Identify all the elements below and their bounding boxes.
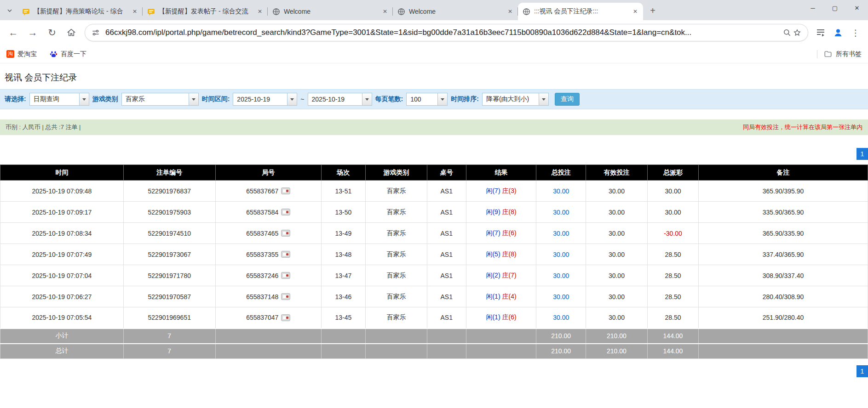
game-type: 百家乐 — [365, 181, 427, 202]
chevron-down-icon[interactable] — [362, 93, 372, 105]
column-header: 注单编号 — [123, 165, 215, 181]
profile-avatar[interactable] — [830, 25, 846, 40]
tab-search-button[interactable] — [3, 4, 17, 17]
forum-icon — [147, 8, 155, 16]
browser-tab[interactable]: Welcome ✕ — [268, 3, 393, 20]
tab-favicon — [397, 8, 405, 16]
all-bookmarks-button[interactable]: 所有书签 — [817, 50, 862, 58]
note: 335.90/365.90 — [699, 202, 868, 223]
chevron-down-icon[interactable] — [189, 93, 198, 105]
search-button[interactable]: 查询 — [555, 93, 580, 106]
bookmark-star-icon[interactable] — [792, 28, 802, 38]
tab-title: Welcome — [409, 8, 503, 15]
column-header: 时间 — [0, 165, 124, 181]
table-number: AS1 — [427, 202, 466, 223]
browser-menu-icon[interactable]: ⋮ — [848, 25, 863, 40]
url-bar[interactable]: 66cxkj98.com/ipl/portal.php/game/betreco… — [85, 24, 808, 41]
site-settings-icon[interactable] — [91, 28, 101, 38]
round-replay-icon[interactable] — [281, 230, 290, 237]
total-bet-link[interactable]: 30.00 — [553, 230, 569, 237]
tab-close-icon[interactable]: ✕ — [131, 7, 139, 16]
new-tab-button[interactable]: + — [646, 4, 660, 17]
bet-id: 522901971780 — [123, 265, 215, 286]
close-button[interactable]: ✕ — [846, 0, 868, 16]
browser-tab[interactable]: :::视讯 会员下注纪录::: ✕ — [518, 3, 643, 20]
round-replay-icon[interactable] — [281, 272, 290, 279]
round-id-cell: 655837667 — [215, 181, 321, 202]
result-player: 闲(9) — [486, 208, 500, 215]
total-payout: 144.00 — [647, 344, 698, 359]
column-header: 结果 — [466, 165, 536, 181]
date-range-tilde: ~ — [300, 96, 304, 103]
bookmark-baidu[interactable]: 百度一下 — [50, 50, 86, 58]
round-replay-icon[interactable] — [281, 314, 290, 321]
table-row: 2025-10-19 07:07:49 522901973067 6558373… — [0, 244, 868, 265]
home-button[interactable] — [63, 24, 80, 41]
total-bet-link[interactable]: 30.00 — [553, 187, 569, 195]
total-bet-link[interactable]: 30.00 — [553, 209, 569, 216]
date-from-select[interactable]: 2025-10-19 — [233, 93, 297, 106]
column-header: 有效投注 — [586, 165, 647, 181]
currency-summary: 币别 : 人民币 | 总共 :7 注单 | — [6, 123, 81, 131]
table-number: AS1 — [427, 286, 466, 307]
total-bet-link[interactable]: 30.00 — [553, 293, 569, 300]
valid-bet: 30.00 — [586, 286, 647, 307]
total-bet-link[interactable]: 30.00 — [553, 251, 569, 258]
browser-tab[interactable]: 【新提醒】海燕策略论坛 - 综合 ✕ — [17, 3, 143, 20]
tab-title: 【新提醒】发表帖子 - 综合交流 — [159, 7, 253, 16]
page-number-button[interactable]: 1 — [857, 148, 868, 160]
result-cell: 闲(1)庄(6) — [466, 307, 536, 329]
tab-close-icon[interactable]: ✕ — [631, 7, 639, 16]
browser-toolbar: ← → ↻ 66cxkj98.com/ipl/portal.php/game/b… — [0, 20, 868, 45]
total-bet-link[interactable]: 30.00 — [553, 272, 569, 279]
column-header: 备注 — [699, 165, 868, 181]
browser-tab[interactable]: 【新提醒】发表帖子 - 综合交流 ✕ — [143, 3, 268, 20]
chevron-down-icon[interactable] — [79, 93, 89, 105]
result-player: 闲(1) — [486, 313, 500, 321]
chevron-down-icon[interactable] — [437, 93, 447, 105]
date-to-select[interactable]: 2025-10-19 — [308, 93, 372, 106]
query-type-select[interactable]: 日期查询 — [29, 93, 89, 106]
result-cell: 闲(5)庄(8) — [466, 244, 536, 265]
table-number: AS1 — [427, 307, 466, 329]
back-button[interactable]: ← — [5, 24, 22, 41]
total-bet-cell: 30.00 — [536, 265, 586, 286]
result-banker: 庄(6) — [502, 313, 517, 321]
page-size-select[interactable]: 100 — [406, 93, 448, 106]
reload-button[interactable]: ↻ — [43, 24, 61, 41]
round-replay-icon[interactable] — [281, 251, 290, 258]
minimize-button[interactable]: ─ — [802, 0, 824, 16]
url-text[interactable]: 66cxkj98.com/ipl/portal.php/game/betreco… — [105, 28, 777, 37]
page-number-button[interactable]: 1 — [857, 365, 868, 377]
result-player: 闲(5) — [486, 250, 500, 258]
result-banker: 庄(8) — [502, 208, 517, 215]
bookmark-taobao[interactable]: 淘 爱淘宝 — [6, 50, 37, 58]
table-row: 2025-10-19 07:09:48 522901976837 6558376… — [0, 181, 868, 202]
total-bet-cell: 30.00 — [536, 202, 586, 223]
column-header: 桌号 — [427, 165, 466, 181]
tab-close-icon[interactable]: ✕ — [506, 7, 514, 16]
game-type-select[interactable]: 百家乐 — [121, 93, 199, 106]
game-type: 百家乐 — [365, 223, 427, 244]
result-banker: 庄(3) — [502, 187, 517, 194]
sort-select[interactable]: 降幂(由大到小) — [482, 93, 549, 106]
game-type: 百家乐 — [365, 286, 427, 307]
total-row: 总计 7 210.00 210.00 144.00 — [0, 344, 868, 359]
tab-close-icon[interactable]: ✕ — [256, 7, 264, 16]
chevron-down-icon[interactable] — [287, 93, 297, 105]
tab-close-icon[interactable]: ✕ — [381, 7, 389, 16]
round-replay-icon[interactable] — [281, 187, 290, 194]
valid-bet: 30.00 — [586, 307, 647, 329]
chevron-down-icon[interactable] — [539, 93, 548, 105]
browser-tab[interactable]: Welcome ✕ — [393, 3, 518, 20]
round-replay-icon[interactable] — [281, 209, 290, 215]
round-replay-icon[interactable] — [281, 293, 290, 300]
result-banker: 庄(6) — [502, 229, 517, 237]
zoom-icon[interactable] — [782, 28, 792, 38]
media-queue-icon[interactable] — [813, 25, 828, 40]
maximize-button[interactable]: ▢ — [824, 0, 846, 16]
bet-time: 2025-10-19 07:09:48 — [0, 181, 124, 202]
total-bet-link[interactable]: 30.00 — [553, 314, 569, 321]
table-number: AS1 — [427, 265, 466, 286]
forward-button[interactable]: → — [24, 24, 41, 41]
